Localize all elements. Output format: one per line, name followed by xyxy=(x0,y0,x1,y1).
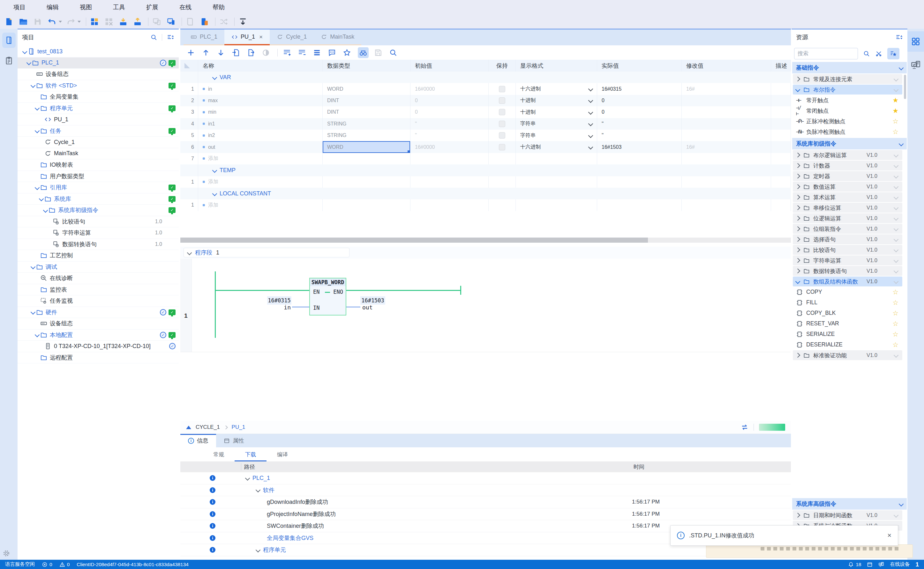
tree-item[interactable]: PU_1 xyxy=(18,114,179,125)
actual-value-cell[interactable]: 16#0315 xyxy=(597,83,682,94)
chevron-right-icon[interactable] xyxy=(795,205,801,210)
chevron-right-icon[interactable] xyxy=(795,163,801,168)
tree-item[interactable]: 全局变量集 xyxy=(18,91,179,103)
chevron-down-icon[interactable] xyxy=(30,310,35,315)
input-operand[interactable]: in xyxy=(267,304,291,311)
log-row[interactable]: i程序单元 xyxy=(181,544,791,556)
upload-icon[interactable] xyxy=(133,17,142,26)
watch-binoculars-icon[interactable] xyxy=(358,47,369,58)
retain-checkbox[interactable] xyxy=(499,109,505,115)
tree-expander[interactable] xyxy=(38,197,44,201)
chevron-right-icon[interactable] xyxy=(795,216,801,221)
table-row[interactable]: VAR xyxy=(181,72,791,83)
chevron-down-icon[interactable] xyxy=(795,87,801,92)
tree-item[interactable]: 比较语句1.0 xyxy=(18,216,179,228)
search-icon[interactable] xyxy=(863,50,870,57)
chevron-down-icon[interactable] xyxy=(894,77,899,82)
chevron-down-icon[interactable] xyxy=(899,501,904,507)
name-cell[interactable]: in2 xyxy=(198,129,323,141)
settings-gear-button[interactable] xyxy=(3,549,10,557)
device-card-icon[interactable] xyxy=(200,17,209,26)
new-file-icon[interactable] xyxy=(5,17,14,26)
online-device-count[interactable]: 1 xyxy=(915,561,919,568)
instruction-folder-串移位运算[interactable]: 串移位运算V1.0 xyxy=(793,203,902,213)
tree-item[interactable]: PLC_1✓✓ xyxy=(18,58,179,69)
name-cell[interactable]: 添加 xyxy=(198,176,323,188)
log-message[interactable]: 软件 xyxy=(263,486,275,494)
retain-checkbox[interactable] xyxy=(499,121,505,127)
chevron-down-icon[interactable] xyxy=(894,269,899,274)
section-header-系统库高级指令[interactable]: 系统库高级指令 xyxy=(792,498,907,510)
tree-item[interactable]: 设备组态 xyxy=(18,318,179,330)
description-cell[interactable] xyxy=(771,106,791,118)
chevron-down-icon[interactable] xyxy=(35,332,39,338)
favorite-star-icon[interactable]: ☆ xyxy=(892,118,898,125)
folder-expander[interactable] xyxy=(796,225,803,232)
panel-layout-icon[interactable] xyxy=(867,561,872,567)
actual-value-cell[interactable] xyxy=(597,176,682,188)
tree-item[interactable]: 程序单元✓ xyxy=(18,103,179,114)
instruction-常开触点[interactable]: ⊣⊢常开触点★ xyxy=(793,95,902,105)
rail-item-instruction-palette[interactable] xyxy=(907,31,924,52)
open-project-icon[interactable] xyxy=(19,17,28,26)
tree-item[interactable]: 数据转换语句1.0 xyxy=(18,239,179,250)
undo-icon[interactable] xyxy=(47,17,56,26)
online-device-icon[interactable] xyxy=(878,561,884,567)
retain-cell[interactable] xyxy=(489,153,516,164)
tree-expander[interactable] xyxy=(34,106,40,110)
online-monitor-icon[interactable] xyxy=(167,17,176,26)
table-row[interactable]: 2maxDINT0十进制0 xyxy=(181,95,791,106)
instruction-SERIALIZE[interactable]: SERIALIZE☆ xyxy=(793,329,902,339)
instruction-folder-算术运算[interactable]: 算术运算V1.0 xyxy=(793,192,902,202)
actual-value-cell[interactable]: 0 xyxy=(597,95,682,106)
actual-value-cell[interactable] xyxy=(597,153,682,164)
chevron-down-icon[interactable] xyxy=(212,191,217,196)
favorite-star-icon[interactable]: ☆ xyxy=(892,320,898,327)
chevron-right-icon[interactable] xyxy=(795,195,801,200)
folder-expander[interactable] xyxy=(796,257,803,264)
tree-expander[interactable] xyxy=(34,129,40,132)
rail-item-clipboard[interactable] xyxy=(0,56,18,65)
dropdown-caret-icon[interactable] xyxy=(77,21,81,23)
chevron-right-icon[interactable] xyxy=(795,513,801,518)
init-value-cell[interactable]: 16#0000 xyxy=(410,141,489,153)
version-dropdown-icon[interactable] xyxy=(894,76,898,82)
folder-expander[interactable] xyxy=(796,86,803,93)
folder-expander[interactable] xyxy=(796,278,803,285)
instruction-folder-选择语句[interactable]: 选择语句V1.0 xyxy=(793,234,902,244)
format-cell[interactable]: 字符串 xyxy=(516,129,597,141)
instruction-folder-布尔指令[interactable]: 布尔指令 xyxy=(793,85,902,94)
tree-expander[interactable] xyxy=(30,310,36,314)
folder-expander[interactable] xyxy=(796,76,803,82)
name-cell[interactable]: min xyxy=(198,106,323,118)
download-icon[interactable] xyxy=(119,17,127,26)
scrollbar-thumb[interactable] xyxy=(904,75,906,99)
folder-expander[interactable] xyxy=(796,512,803,519)
chevron-down-icon[interactable] xyxy=(22,49,27,54)
tree-item[interactable]: 设备组态 xyxy=(18,68,179,80)
section-header-基础指令[interactable]: 基础指令 xyxy=(792,62,907,73)
tree-expander[interactable] xyxy=(21,50,28,53)
type-cell[interactable] xyxy=(323,199,410,211)
name-cell[interactable]: in xyxy=(198,83,323,94)
tree-item[interactable]: 在线诊断 xyxy=(18,273,179,284)
modify-value-cell[interactable] xyxy=(682,129,771,141)
table-row[interactable]: 1添加 xyxy=(181,199,791,211)
tree-expander[interactable] xyxy=(30,265,36,269)
search-input[interactable] xyxy=(794,48,858,59)
folder-expander[interactable] xyxy=(796,236,803,243)
actual-value-cell[interactable] xyxy=(597,199,682,211)
chevron-right-icon[interactable] xyxy=(795,258,801,263)
table-row[interactable]: 4in1STRING''字符串'' xyxy=(181,118,791,129)
chevron-down-icon[interactable] xyxy=(894,184,899,189)
init-value-cell[interactable]: '' xyxy=(410,129,489,141)
dropdown-caret-icon[interactable] xyxy=(59,21,62,23)
description-cell[interactable] xyxy=(771,129,791,141)
name-cell[interactable]: out xyxy=(198,141,323,153)
retain-checkbox[interactable] xyxy=(499,97,505,104)
type-cell[interactable]: DINT xyxy=(323,106,410,118)
tree-item[interactable]: 系统库✓ xyxy=(18,193,179,205)
tree-item[interactable]: 远程配置 xyxy=(18,352,179,364)
chevron-down-icon[interactable] xyxy=(30,265,35,269)
list-view-icon[interactable] xyxy=(313,49,321,57)
